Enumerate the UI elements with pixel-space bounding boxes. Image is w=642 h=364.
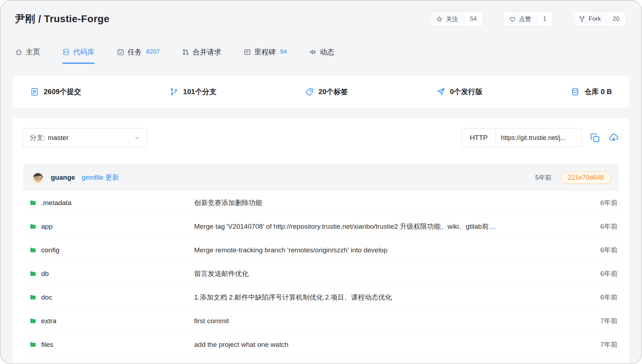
file-name-link[interactable]: doc [23, 293, 194, 301]
file-name-link[interactable]: db [23, 270, 194, 278]
file-commit-message[interactable]: 留言发送邮件优化 [194, 269, 586, 278]
chevron-down-icon [134, 134, 141, 141]
star-icon [436, 16, 443, 23]
file-name-link[interactable]: app [23, 223, 194, 230]
stat-commits[interactable]: 2609个提交 [30, 87, 81, 97]
milestone-icon [244, 48, 251, 56]
file-row: extra first commit 7年前 [23, 309, 619, 333]
commit-author[interactable]: guange [51, 174, 75, 181]
branch-icon [169, 87, 178, 96]
file-name-link[interactable]: .metadata [23, 199, 194, 207]
tag-icon [305, 87, 314, 96]
file-commit-time: 6年前 [586, 293, 619, 302]
commit-message-link[interactable]: gemfile 更新 [82, 173, 119, 182]
stat-releases-label: 0个发行版 [450, 87, 483, 97]
tab-merge-requests[interactable]: 合并请求 [182, 47, 221, 64]
file-commit-time: 6年前 [586, 198, 619, 208]
folder-icon [29, 341, 37, 348]
stat-commits-label: 2609个提交 [44, 87, 81, 97]
fork-label: Fork [589, 15, 601, 23]
file-commit-message[interactable]: Merge remote-tracking branch 'remotes/or… [194, 246, 586, 254]
repo-icon [62, 48, 70, 56]
tab-milestones[interactable]: 里程碑 94 [244, 47, 287, 64]
activity-icon [309, 48, 317, 56]
folder-icon [29, 247, 37, 254]
commit-hash-badge[interactable]: 221e70d648 [560, 171, 611, 184]
folder-icon [29, 317, 37, 325]
task-icon [117, 48, 124, 56]
tab-tasks[interactable]: 任务 8207 [117, 47, 160, 64]
stat-branches[interactable]: 101个分支 [169, 87, 216, 97]
tab-activity-label: 动态 [320, 47, 334, 57]
repo-nav-tabs: 主页 代码库 任务 8207 合并请求 里程碑 94 动态 [1, 47, 641, 64]
tab-activity[interactable]: 动态 [309, 47, 334, 64]
stat-repo-size-label: 仓库 0 B [584, 87, 612, 97]
file-commit-message[interactable]: 1.添加文档 2.邮件中缺陷序号计算机制优化 2.项目、课程动态优化 [194, 293, 586, 302]
file-commit-time: 7年前 [586, 340, 619, 349]
tab-code[interactable]: 代码库 [62, 47, 95, 64]
file-commit-message[interactable]: Merge tag 'V20140708' of http://reposito… [194, 222, 586, 231]
avatar[interactable] [31, 170, 45, 185]
tab-merge-requests-label: 合并请求 [193, 47, 221, 57]
tab-milestones-label: 里程碑 [254, 47, 276, 57]
file-browser-card: 分支: master HTTP [13, 118, 629, 363]
stat-branches-label: 101个分支 [183, 87, 216, 97]
file-row-partial [23, 356, 619, 363]
repo-actions: 关注 54 点赞 1 Fork 20 [430, 11, 626, 26]
file-commit-message[interactable]: 创新竞赛添加删除功能 [194, 198, 586, 208]
file-row: .metadata 创新竞赛添加删除功能 6年前 [23, 191, 619, 215]
tab-home[interactable]: 主页 [15, 47, 40, 64]
watch-label: 关注 [446, 15, 458, 23]
fork-count[interactable]: 20 [607, 12, 625, 26]
latest-commit-bar: guange gemfile 更新 5年前 221e70d648 [23, 164, 619, 191]
file-commit-time: 6年前 [586, 222, 619, 231]
page-title: 尹刚 / Trustie-Forge [15, 12, 110, 26]
file-commit-time: 6年前 [586, 246, 619, 255]
fork-button[interactable]: Fork 20 [572, 11, 626, 26]
copy-icon [590, 132, 600, 143]
clone-group: HTTP [461, 128, 619, 147]
file-row: files add the project what one watch 7年前 [23, 333, 619, 356]
folder-icon [29, 270, 37, 277]
stat-repo-size[interactable]: 仓库 0 B [571, 87, 612, 97]
file-commit-time: 6年前 [586, 269, 619, 278]
app-window: 尹刚 / Trustie-Forge 关注 54 点赞 1 Fork [0, 0, 642, 364]
clone-url-input[interactable] [496, 128, 582, 147]
repo-header: 尹刚 / Trustie-Forge 关注 54 点赞 1 Fork [1, 1, 641, 26]
file-row: db 留言发送邮件优化 6年前 [23, 262, 619, 286]
copy-url-button[interactable] [590, 132, 600, 143]
file-name-link[interactable]: extra [23, 317, 194, 325]
file-row: app Merge tag 'V20140708' of http://repo… [23, 215, 619, 238]
tab-home-label: 主页 [26, 47, 40, 57]
fork-icon [579, 16, 585, 23]
download-button[interactable] [608, 132, 619, 143]
file-name-link[interactable]: config [23, 246, 194, 254]
branch-selector[interactable]: 分支: master [23, 128, 148, 147]
praise-button[interactable]: 点赞 1 [503, 11, 552, 26]
praise-label: 点赞 [519, 15, 531, 23]
file-commit-message[interactable]: add the project what one watch [194, 341, 586, 349]
stat-tags[interactable]: 20个标签 [305, 87, 348, 97]
storage-icon [571, 87, 580, 96]
branch-label: 分支: [30, 133, 45, 142]
folder-icon [29, 199, 37, 207]
folder-icon [29, 223, 37, 230]
stat-releases[interactable]: 0个发行版 [436, 87, 483, 97]
protocol-button[interactable]: HTTP [461, 128, 496, 147]
stat-tags-label: 20个标签 [318, 87, 348, 97]
cloud-download-icon [608, 132, 619, 143]
repo-stats-card: 2609个提交 101个分支 20个标签 0个发行版 仓库 0 B [13, 76, 629, 107]
home-icon [15, 48, 23, 56]
branch-value: master [48, 134, 68, 142]
file-list: .metadata 创新竞赛添加删除功能 6年前 app Merge tag '… [23, 191, 619, 363]
tab-code-label: 代码库 [73, 47, 95, 57]
file-commit-message[interactable]: first commit [194, 317, 586, 325]
watch-count[interactable]: 54 [464, 12, 483, 26]
file-row: doc 1.添加文档 2.邮件中缺陷序号计算机制优化 2.项目、课程动态优化 6… [23, 286, 619, 309]
praise-count[interactable]: 1 [537, 12, 552, 26]
merge-request-icon [182, 48, 190, 56]
file-name-link[interactable]: files [23, 341, 194, 349]
file-commit-time: 7年前 [586, 316, 619, 326]
tab-milestones-count: 94 [280, 47, 287, 57]
watch-button[interactable]: 关注 54 [430, 11, 483, 26]
